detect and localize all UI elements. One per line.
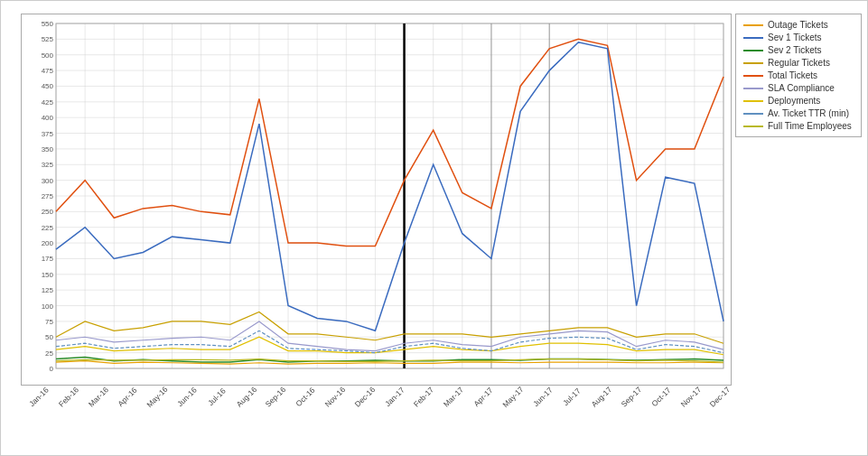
svg-text:275: 275 xyxy=(42,192,54,200)
svg-text:150: 150 xyxy=(42,271,54,279)
legend-label-text: Deployments xyxy=(768,96,820,106)
legend-color xyxy=(743,126,763,127)
legend-label-text: Outage Tickets xyxy=(768,20,828,30)
x-label: May-17 xyxy=(499,383,527,410)
svg-text:400: 400 xyxy=(42,114,54,122)
x-label: May-16 xyxy=(144,383,171,410)
svg-text:0: 0 xyxy=(50,365,54,373)
x-label: Jun-17 xyxy=(528,383,555,410)
x-axis-labels: Jan-16Feb-16Mar-16Apr-16May-16Jun-16Jul-… xyxy=(21,386,732,403)
svg-text:75: 75 xyxy=(45,318,53,326)
svg-text:125: 125 xyxy=(42,286,54,294)
legend-color xyxy=(743,88,763,89)
chart-title xyxy=(1,1,867,14)
plot-area: 0255075100125150175200225250275300325350… xyxy=(21,14,732,386)
x-label: Sep-16 xyxy=(262,383,289,410)
legend-color xyxy=(743,50,763,51)
legend-item: SLA Compliance xyxy=(743,83,854,93)
svg-text:500: 500 xyxy=(42,51,54,60)
plot-and-legend: 0255075100125150175200225250275300325350… xyxy=(21,14,867,386)
x-label: Feb-16 xyxy=(55,383,82,410)
legend-item: Total Tickets xyxy=(743,70,854,80)
x-label: Jul-16 xyxy=(203,383,230,410)
svg-text:475: 475 xyxy=(42,67,54,75)
legend-item: Full Time Employees xyxy=(743,121,854,131)
y-axis-label xyxy=(1,14,21,423)
legend-item: Regular Tickets xyxy=(743,58,854,68)
svg-text:550: 550 xyxy=(42,20,54,28)
x-label: Feb-17 xyxy=(410,383,437,410)
legend-label-text: Sev 1 Tickets xyxy=(768,33,821,42)
x-label: Sep-17 xyxy=(618,383,645,410)
legend-item: Outage Tickets xyxy=(743,20,854,30)
x-label: Mar-17 xyxy=(440,383,467,410)
chart-svg: 0255075100125150175200225250275300325350… xyxy=(22,14,731,385)
legend-item: Sev 2 Tickets xyxy=(743,45,854,55)
legend-label-text: Regular Tickets xyxy=(768,58,830,68)
x-label: Jan-17 xyxy=(380,383,407,410)
x-label: Dec-16 xyxy=(351,383,378,410)
x-label: Jan-16 xyxy=(25,383,52,410)
svg-text:25: 25 xyxy=(45,349,53,358)
legend-item: Deployments xyxy=(743,96,854,106)
x-label: Jul-17 xyxy=(558,383,585,410)
legend-item: Av. Ticket TTR (min) xyxy=(743,108,854,118)
svg-text:225: 225 xyxy=(42,224,54,232)
x-label: Jun-16 xyxy=(173,383,201,410)
legend-label-text: Av. Ticket TTR (min) xyxy=(768,108,849,118)
legend-label-text: Sev 2 Tickets xyxy=(768,45,821,55)
legend-color xyxy=(743,113,763,115)
svg-text:250: 250 xyxy=(42,208,54,216)
x-label: Oct-16 xyxy=(292,383,319,410)
svg-text:525: 525 xyxy=(42,35,54,43)
legend-color xyxy=(743,24,763,26)
chart-area: 0255075100125150175200225250275300325350… xyxy=(1,14,867,423)
svg-text:325: 325 xyxy=(42,161,54,169)
svg-text:50: 50 xyxy=(45,333,53,341)
x-label: Aug-17 xyxy=(588,383,615,410)
x-label: Dec-17 xyxy=(706,383,733,410)
x-label: Apr-16 xyxy=(114,383,141,410)
svg-text:200: 200 xyxy=(42,239,54,247)
legend-label-text: Full Time Employees xyxy=(768,121,852,131)
chart-main: 0255075100125150175200225250275300325350… xyxy=(21,14,867,423)
svg-text:300: 300 xyxy=(42,177,54,185)
x-axis-container: Jan-16Feb-16Mar-16Apr-16May-16Jun-16Jul-… xyxy=(21,386,732,423)
legend-color xyxy=(743,62,763,64)
x-label: Mar-16 xyxy=(84,383,111,410)
legend-color xyxy=(743,37,763,39)
svg-text:375: 375 xyxy=(42,130,54,138)
svg-text:450: 450 xyxy=(42,82,54,90)
legend-label-text: Total Tickets xyxy=(768,70,817,80)
legend-label-text: SLA Compliance xyxy=(768,83,835,93)
x-label: Oct-17 xyxy=(648,383,675,410)
legend-color xyxy=(743,100,763,102)
svg-text:425: 425 xyxy=(42,98,54,107)
legend-color xyxy=(743,75,763,77)
svg-text:100: 100 xyxy=(42,302,54,311)
x-label: Nov-16 xyxy=(322,383,349,410)
svg-text:350: 350 xyxy=(42,145,54,154)
legend: Outage TicketsSev 1 TicketsSev 2 Tickets… xyxy=(735,14,862,137)
legend-item: Sev 1 Tickets xyxy=(743,33,854,42)
x-label: Apr-17 xyxy=(470,383,497,410)
x-label: Nov-17 xyxy=(677,383,704,410)
x-label: Aug-16 xyxy=(232,383,259,410)
chart-container: 0255075100125150175200225250275300325350… xyxy=(0,0,868,456)
svg-text:175: 175 xyxy=(42,255,54,263)
